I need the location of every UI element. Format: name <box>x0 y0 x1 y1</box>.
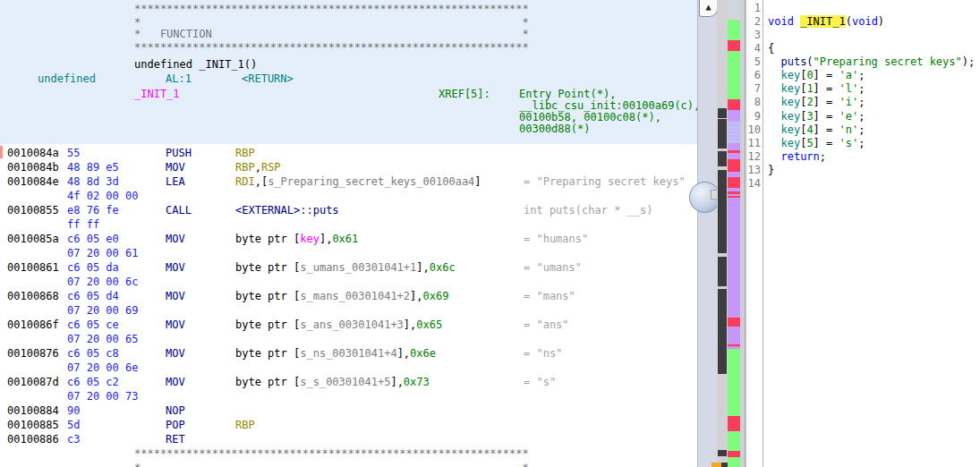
code-segment: ] = <box>814 96 839 108</box>
comment-line[interactable]: ****************************************… <box>0 446 697 461</box>
decompiled-line[interactable]: key[2] = 'i'; <box>768 96 865 109</box>
marker-margin[interactable] <box>717 0 728 467</box>
function-signature: undefined _INIT_1() <box>134 59 257 71</box>
operand-field[interactable]: byte ptr [s_ns_00301041+4],0x6e <box>235 346 436 361</box>
mnemonic-field: NOP <box>166 403 185 418</box>
code-segment: ] = <box>814 110 839 123</box>
listing-row[interactable]: 0010084a55PUSHRBP <box>0 146 697 160</box>
code-segment: ] = <box>814 69 839 81</box>
listing-row[interactable]: 0010088490NOP <box>0 403 697 418</box>
listing-row[interactable]: 0010087dc6 05 c2MOVbyte ptr [s_s_0030104… <box>0 375 697 389</box>
operand-field[interactable]: RBP,RSP <box>235 160 281 174</box>
comment-line[interactable]: ****************************************… <box>0 42 697 54</box>
listing-row[interactable]: ff ff <box>0 217 697 232</box>
listing-row[interactable]: 07 20 00 73 <box>0 389 697 403</box>
listing-row[interactable]: 00100868c6 05 d4MOVbyte ptr [s_mans_0030… <box>0 289 697 303</box>
listing-row[interactable]: 07 20 00 69 <box>0 303 697 318</box>
listing-row[interactable]: 0010084e48 8d 3dLEARDI,[s_Preparing_secr… <box>0 174 697 189</box>
listing-row[interactable]: 07 20 00 6e <box>0 361 697 375</box>
operand-field[interactable]: <EXTERNAL>::puts <box>235 203 339 217</box>
comment-line[interactable]: ****************************************… <box>0 4 697 15</box>
listing-row[interactable]: 00100861c6 05 daMOVbyte ptr [s_umans_003… <box>0 260 697 275</box>
operand-field[interactable]: byte ptr [s_umans_00301041+1],0x6c <box>235 260 456 275</box>
address-field: 00100855 <box>7 203 59 217</box>
decompiled-line[interactable]: key[3] = 'e'; <box>768 110 865 123</box>
mnemonic-field: MOV <box>166 160 185 174</box>
function-return-line[interactable]: undefined AL:1 <RETURN> <box>0 73 697 85</box>
operand-segment: byte ptr [ <box>235 233 300 245</box>
listing-row[interactable]: 00100876c6 05 c8MOVbyte ptr [s_ns_003010… <box>0 346 697 361</box>
overview-color-bar[interactable] <box>728 0 740 467</box>
cursor-caret <box>0 146 3 158</box>
listing-row[interactable]: 4f 02 00 00 <box>0 189 697 203</box>
line-number: 3 <box>747 29 761 42</box>
mnemonic-field: MOV <box>166 289 185 303</box>
listing-row[interactable]: 07 20 00 61 <box>0 246 697 260</box>
line-number: 8 <box>747 96 761 109</box>
line-number: 10 <box>747 123 761 137</box>
code-segment: return <box>780 150 819 163</box>
listing-scrollbar[interactable]: ▲ <box>697 0 718 467</box>
overview-segment-red <box>728 451 740 457</box>
code-segment: key <box>780 69 800 81</box>
operand-field[interactable]: byte ptr [s_s_00301041+5],0x73 <box>235 375 430 389</box>
operand-field[interactable]: byte ptr [s_mans_00301041+2],0x69 <box>235 289 448 303</box>
scrollbar-up-arrow-icon[interactable]: ▲ <box>699 0 718 17</box>
code-segment: ; <box>858 110 865 123</box>
bytes-field: 07 20 00 73 <box>67 389 138 403</box>
decompiler-panel[interactable]: 1234567891011121314 void _INIT_1(void){ … <box>747 0 980 467</box>
decompiled-line[interactable]: key[1] = 'l'; <box>768 82 865 96</box>
operand-segment: byte ptr [ <box>235 261 300 274</box>
operand-segment: ], <box>320 233 332 245</box>
code-segment: ; <box>858 96 865 108</box>
mnemonic-field: CALL <box>166 203 192 217</box>
bytes-field: c3 <box>67 432 80 446</box>
operand-segment: ], <box>390 376 403 388</box>
operand-field[interactable]: byte ptr [s_ans_00301041+3],0x65 <box>235 318 442 332</box>
operand-field[interactable]: RBP <box>235 418 255 432</box>
code-segment: 'e' <box>839 110 859 123</box>
comment-text: * * <box>134 461 529 467</box>
operand-segment: ], <box>416 261 429 274</box>
line-number: 7 <box>747 82 761 96</box>
xref-line[interactable]: 00300d88(*) <box>0 123 697 135</box>
decompiled-line[interactable]: { <box>768 42 774 55</box>
line-number: 2 <box>747 15 761 29</box>
decompiled-line[interactable]: key[5] = 's'; <box>768 137 865 150</box>
xref-count-label: XREF[5]: <box>439 89 490 100</box>
marker-bar <box>721 463 728 467</box>
operand-field[interactable]: byte ptr [key],0x61 <box>235 232 358 246</box>
address-field: 0010084e <box>7 174 59 189</box>
listing-row[interactable]: 07 20 00 65 <box>0 332 697 346</box>
listing-row[interactable]: 00100855e8 76 feCALL<EXTERNAL>::putsint … <box>0 203 697 217</box>
decompiled-line[interactable]: key[0] = 'a'; <box>768 69 865 82</box>
function-signature-line[interactable]: undefined _INIT_1() <box>0 59 697 71</box>
decompiled-line[interactable]: puts("Preparing secret keys"); <box>768 55 975 69</box>
operand-field[interactable]: RDI,[s_Preparing_secret_keys_00100aa4] <box>235 174 481 189</box>
listing-row[interactable]: 0010085ac6 05 e0MOVbyte ptr [key],0x61= … <box>0 232 697 246</box>
decompiled-line[interactable]: } <box>768 164 774 177</box>
listing-row[interactable]: 0010084b48 89 e5MOVRBP,RSP <box>0 160 697 174</box>
bytes-field: c6 05 c2 <box>67 375 119 389</box>
listing-row[interactable]: 07 20 00 6c <box>0 275 697 289</box>
decompiled-line[interactable]: void _INIT_1(void) <box>768 15 884 29</box>
code-segment <box>768 69 780 81</box>
decompiled-line[interactable]: key[4] = 'n'; <box>768 123 865 137</box>
code-segment: puts <box>780 55 806 68</box>
mnemonic-field: RET <box>166 432 185 446</box>
operand-field[interactable]: RBP <box>235 146 255 160</box>
code-segment: void <box>768 15 794 28</box>
listing-panel[interactable]: ****************************************… <box>0 0 697 467</box>
code-segment <box>768 82 780 95</box>
comment-line-function[interactable]: * FUNCTION * <box>0 29 697 40</box>
code-segment: ] = <box>814 123 839 136</box>
mnemonic-field: MOV <box>166 260 185 275</box>
listing-row[interactable]: 00100886c3RET <box>0 432 697 446</box>
comment-line[interactable]: * * <box>0 461 697 467</box>
decompiled-line[interactable]: return; <box>768 150 826 164</box>
listing-row[interactable]: 001008855dPOPRBP <box>0 418 697 432</box>
overview-segment-green <box>728 20 740 40</box>
listing-row[interactable]: 0010086fc6 05 ceMOVbyte ptr [s_ans_00301… <box>0 318 697 332</box>
code-segment: key <box>780 123 800 136</box>
xref-line[interactable]: 00100b58, 00100c08(*), <box>0 112 697 123</box>
